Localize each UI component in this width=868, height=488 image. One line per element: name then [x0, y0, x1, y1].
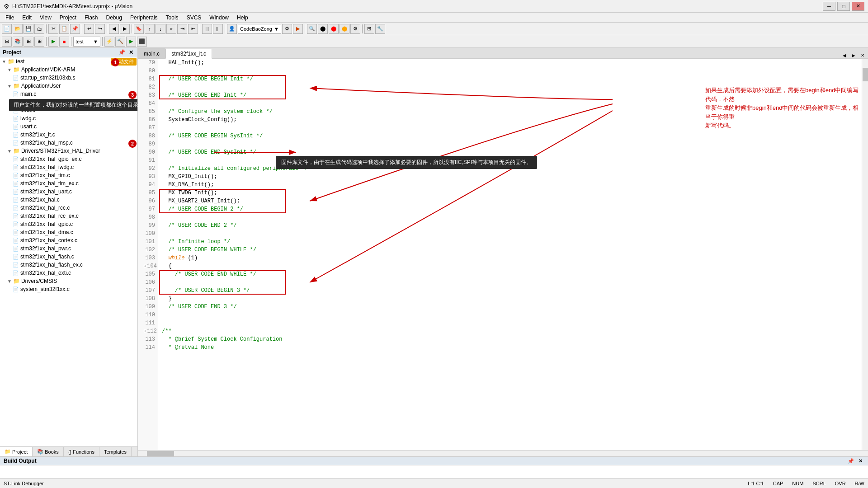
tab-books[interactable]: 📚 Books — [33, 447, 64, 456]
tree-folder-hal-driver[interactable]: ▼ 📁 Drivers/STM32F1xx_HAL_Driver — [0, 147, 137, 155]
menu-help[interactable]: Help — [233, 14, 252, 21]
close-button[interactable]: ✕ — [852, 2, 864, 11]
menu-project[interactable]: Project — [56, 14, 80, 21]
indent-button[interactable]: ⇥ — [177, 24, 187, 34]
tree-file-startup[interactable]: 📄 startup_stm32f103xb.s — [0, 74, 137, 82]
menu-flash[interactable]: Flash — [81, 14, 101, 21]
search2-button[interactable]: ⬤ — [318, 24, 328, 34]
outdent-button[interactable]: ⇤ — [188, 24, 198, 34]
cut-button[interactable]: ✂ — [48, 24, 58, 34]
tree-file-hal-rcc-ex[interactable]: 📄 stm32f1xx_hal_rcc_ex.c — [0, 212, 137, 220]
tree-file-hal-msp[interactable]: 📄 stm32f1xx_hal_msp.c 2 — [0, 139, 137, 147]
tree-file-hal-exti[interactable]: 📄 stm32f1xx_hal_exti.c — [0, 269, 137, 277]
build-output-close[interactable]: ✕ — [857, 458, 864, 464]
menu-tools[interactable]: Tools — [162, 14, 182, 21]
tree-file-system[interactable]: 📄 system_stm32f1xx.c — [0, 285, 137, 293]
open-file-button[interactable]: 📂 — [13, 24, 23, 34]
target-dropdown[interactable]: test ▼ — [73, 37, 100, 47]
tree-file-stm32it[interactable]: 📄 stm32f1xx_it.c — [0, 131, 137, 139]
tree-file-main[interactable]: 📄 main.c 3 用户文件夹，我们对外设的一些配置项都在这个目录下。 — [0, 90, 137, 98]
tab-main-c[interactable]: main.c — [138, 48, 165, 58]
tree-folder-cmsis[interactable]: ▼ 📁 Drivers/CMSIS — [0, 277, 137, 285]
tree-file-hal-dma[interactable]: 📄 stm32f1xx_hal_dma.c — [0, 228, 137, 236]
books-button[interactable]: 📚 — [13, 37, 23, 47]
tree-file-hal-iwdg[interactable]: 📄 stm32f1xx_hal_iwdg.c — [0, 163, 137, 171]
scrollbar-vertical[interactable] — [862, 59, 868, 450]
menu-file[interactable]: File — [2, 14, 18, 21]
compile-button[interactable]: ⚡ — [104, 37, 114, 47]
menu-window[interactable]: Window — [206, 14, 232, 21]
save-all-button[interactable]: 🗂 — [34, 24, 44, 34]
maximize-button[interactable]: □ — [837, 2, 850, 11]
paste-button[interactable]: 📌 — [70, 24, 80, 34]
tab-stm32-it[interactable]: stm32f1xx_it.c — [165, 49, 212, 59]
project-window-button[interactable]: ⊞ — [2, 37, 12, 47]
clear-bookmarks-button[interactable]: × — [166, 24, 176, 34]
fold-icon-104[interactable]: ⊟ — [144, 262, 146, 270]
stop-button[interactable]: ■ — [59, 37, 69, 47]
tree-folder-mdk-arm[interactable]: ▼ 📁 Application/MDK-ARM — [0, 66, 137, 74]
tree-file-hal-tim[interactable]: 📄 stm32f1xx_hal_tim.c — [0, 171, 137, 179]
profile-button[interactable]: 👤 — [227, 24, 237, 34]
window-layout-button[interactable]: ⊞ — [364, 24, 374, 34]
tree-file-usart[interactable]: 📄 usart.c — [0, 122, 137, 131]
minimize-button[interactable]: ─ — [823, 2, 835, 11]
tree-file-hal[interactable]: 📄 stm32f1xx_hal.c — [0, 196, 137, 204]
tab-functions[interactable]: {} Functions — [64, 447, 99, 456]
build-button[interactable]: ▶ — [293, 24, 303, 34]
save-button[interactable]: 💾 — [24, 24, 33, 34]
tree-root-test[interactable]: ▼ 📁 test 1 启动文件 — [0, 57, 137, 66]
tree-file-hal-flash[interactable]: 📄 stm32f1xx_hal_flash.c — [0, 253, 137, 261]
menu-edit[interactable]: Edit — [19, 14, 35, 21]
sidebar-pin-button[interactable]: 📌 — [117, 49, 127, 56]
functions-button[interactable]: ⊞ — [24, 37, 33, 47]
new-file-button[interactable]: 📄 — [2, 24, 12, 34]
tree-file-hal-tim-ex[interactable]: 📄 stm32f1xx_hal_tim_ex.c — [0, 179, 137, 188]
debug-start-button[interactable]: ▶ — [126, 37, 136, 47]
settings-button[interactable]: 🔧 — [375, 24, 385, 34]
scrollbar-thumb[interactable] — [863, 68, 868, 81]
fold-icon-112[interactable]: ⊟ — [144, 327, 146, 335]
search3-button[interactable]: ⬤ — [329, 24, 339, 34]
menu-svcs[interactable]: SVCS — [183, 14, 205, 21]
run-button[interactable]: ▶ — [48, 37, 58, 47]
back-button[interactable]: ◀ — [109, 24, 119, 34]
tree-file-iwdg[interactable]: 📄 iwdg.c — [0, 114, 137, 122]
next-bookmark-button[interactable]: ↓ — [156, 24, 165, 34]
menu-view[interactable]: View — [36, 14, 55, 21]
scrollbar-h-thumb[interactable] — [147, 451, 174, 456]
tree-file-hal-pwr[interactable]: 📄 stm32f1xx_hal_pwr.c — [0, 244, 137, 253]
find-files-button[interactable]: ||| — [213, 24, 223, 34]
build-output-pin[interactable]: 📌 — [846, 458, 856, 464]
tree-file-hal-cortex[interactable]: 📄 stm32f1xx_hal_cortex.c — [0, 236, 137, 244]
compile-all-button[interactable]: 🔨 — [115, 37, 125, 47]
bookmark-button[interactable]: 🔖 — [134, 24, 144, 34]
target-options-button[interactable]: ⚙ — [282, 24, 292, 34]
options-button[interactable]: ⚙ — [350, 24, 360, 34]
menu-peripherals[interactable]: Peripherals — [127, 14, 161, 21]
tab-project[interactable]: 📁 Project — [0, 447, 33, 456]
scrollbar-horizontal[interactable] — [138, 450, 868, 456]
debug-stop-button[interactable]: ⬛ — [137, 37, 147, 47]
sidebar-close-button[interactable]: ✕ — [127, 49, 135, 56]
undo-button[interactable]: ↩ — [84, 24, 94, 34]
prev-bookmark-button[interactable]: ↑ — [145, 24, 155, 34]
tab-close-all[interactable]: ✕ — [859, 52, 866, 58]
templates-button[interactable]: ⊞ — [34, 37, 44, 47]
find-button[interactable]: ||| — [202, 24, 212, 34]
codebao-dropdown[interactable]: CodeBaoZong ▼ — [238, 24, 281, 34]
tab-scroll-left[interactable]: ◀ — [841, 52, 848, 58]
tree-file-hal-uart[interactable]: 📄 stm32f1xx_hal_uart.c — [0, 188, 137, 196]
tree-file-gpio-ex[interactable]: 📄 stm32f1xx_hal_gpio_ex.c — [0, 155, 137, 163]
redo-button[interactable]: ↪ — [95, 24, 105, 34]
tree-file-hal-gpio2[interactable]: 📄 stm32f1xx_hal_gpio.c — [0, 220, 137, 228]
tree-file-hal-flash-ex[interactable]: 📄 stm32f1xx_hal_flash_ex.c — [0, 261, 137, 269]
tree-file-hal-rcc[interactable]: 📄 stm32f1xx_hal_rcc.c — [0, 204, 137, 212]
tree-folder-user[interactable]: ▼ 📁 Application/User — [0, 82, 137, 90]
menu-debug[interactable]: Debug — [103, 14, 126, 21]
search-button[interactable]: 🔍 — [307, 24, 317, 34]
tab-templates[interactable]: Templates — [99, 447, 132, 456]
copy-button[interactable]: 📋 — [59, 24, 69, 34]
tab-scroll-right[interactable]: ▶ — [850, 52, 857, 58]
forward-button[interactable]: ▶ — [120, 24, 130, 34]
